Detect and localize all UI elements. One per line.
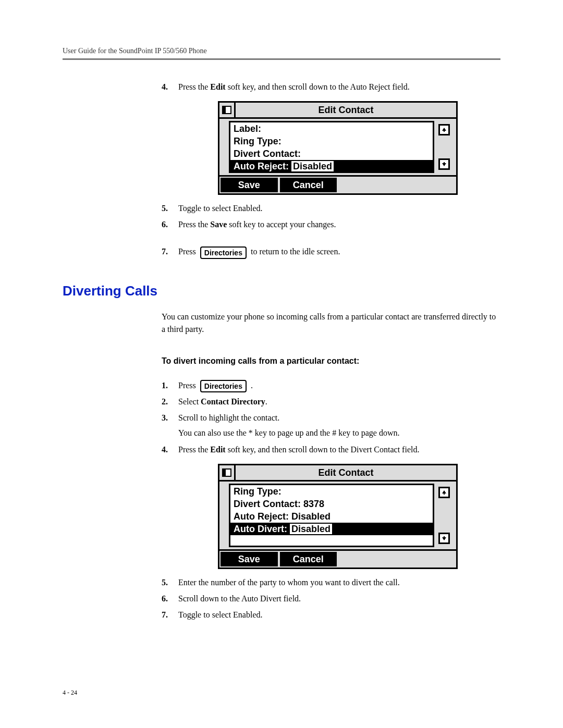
step-7b: 7. Toggle to select Enabled.	[162, 609, 500, 622]
step-number: 7.	[162, 245, 168, 258]
lcd-row-autoreject: Auto Reject: Disabled	[230, 510, 433, 523]
softkey-cancel: Cancel	[280, 178, 337, 192]
softkey-blank: .	[339, 178, 396, 192]
svg-rect-6	[444, 493, 445, 495]
step-number: 6.	[162, 593, 168, 606]
softkey-blank: .	[398, 552, 456, 566]
lcd-row-autodivert: Auto Divert: Disabled	[230, 523, 433, 535]
softkey-save: Save	[221, 178, 278, 192]
step-7: 7. Press Directories to return to the id…	[162, 245, 500, 258]
steps-group-2: 1. Press Directories . 2. Select Contact…	[162, 379, 500, 622]
lcd-title: Edit Contact	[236, 465, 456, 480]
step-4: 4. Press the Edit soft key, and then scr…	[162, 81, 500, 195]
step-1: 1. Press Directories .	[162, 379, 500, 392]
steps-group-1: 4. Press the Edit soft key, and then scr…	[162, 81, 500, 259]
step-number: 2.	[162, 396, 168, 409]
step-number: 7.	[162, 609, 168, 622]
step-text: Press the Save soft key to accept your c…	[178, 220, 336, 229]
step-5: 5. Toggle to select Enabled.	[162, 202, 500, 215]
step-6b: 6. Scroll down to the Auto Divert field.	[162, 593, 500, 606]
lcd-screenshot-edit-contact-2: Edit Contact Ring Type: Divert Contact: …	[218, 464, 458, 569]
page-number: 4 - 24	[63, 689, 77, 697]
intro-paragraph: You can customize your phone so incoming…	[162, 311, 500, 336]
step-3: 3. Scroll to highlight the contact. You …	[162, 412, 500, 440]
procedure-heading: To divert incoming calls from a particul…	[162, 356, 500, 366]
step-text: Press Directories .	[178, 381, 253, 390]
svg-rect-7	[444, 536, 445, 538]
lcd-softkey-row: Save Cancel . .	[219, 175, 456, 193]
step-number: 4.	[162, 81, 168, 94]
step-number: 5.	[162, 202, 168, 215]
svg-rect-2	[444, 130, 445, 132]
lcd-row-label: Label:	[230, 122, 433, 135]
step-text: Scroll down to the Auto Divert field.	[178, 594, 301, 603]
card-icon	[219, 465, 236, 480]
step-text: Toggle to select Enabled.	[178, 204, 263, 213]
step-text: Press the Edit soft key, and then scroll…	[178, 82, 410, 91]
directories-button: Directories	[200, 246, 247, 259]
step-4b: 4. Press the Edit soft key, and then scr…	[162, 443, 500, 569]
softkey-cancel: Cancel	[280, 552, 337, 566]
step-text: Enter the number of the party to whom yo…	[178, 578, 400, 587]
step-text: Toggle to select Enabled.	[178, 610, 263, 619]
step-6: 6. Press the Save soft key to accept you…	[162, 218, 500, 231]
lcd-row-autoreject: Auto Reject: Disabled	[230, 160, 433, 172]
running-header: User Guide for the SoundPoint IP 550/560…	[63, 47, 500, 55]
step-subtext: You can also use the * key to page up an…	[178, 427, 500, 440]
step-number: 3.	[162, 412, 168, 425]
lcd-row-divert: Divert Contact:	[230, 147, 433, 160]
svg-rect-5	[223, 469, 226, 476]
step-text: Press the Edit soft key, and then scroll…	[178, 445, 419, 454]
svg-rect-1	[223, 106, 226, 114]
svg-rect-3	[444, 162, 445, 164]
lcd-row-ringtype: Ring Type:	[230, 135, 433, 147]
scroll-up-icon	[438, 487, 450, 498]
lcd-title: Edit Contact	[236, 103, 456, 117]
step-number: 6.	[162, 218, 168, 231]
header-rule	[63, 58, 500, 60]
lcd-row-divert: Divert Contact: 8378	[230, 498, 433, 510]
step-2: 2. Select Contact Directory.	[162, 396, 500, 409]
step-text: Select Contact Directory.	[178, 397, 267, 406]
step-number: 4.	[162, 443, 168, 456]
lcd-screenshot-edit-contact-1: Edit Contact Label: Ring Type: Divert Co…	[218, 101, 458, 195]
card-icon	[219, 103, 236, 117]
section-heading-diverting-calls: Diverting Calls	[63, 283, 500, 299]
scroll-up-icon	[438, 124, 450, 135]
lcd-field-list: Label: Ring Type: Divert Contact: Auto R…	[229, 121, 434, 173]
step-number: 1.	[162, 379, 168, 392]
lcd-softkey-row: Save Cancel . .	[219, 549, 456, 567]
step-text: Press Directories to return to the idle …	[178, 247, 340, 256]
step-text: Scroll to highlight the contact.	[178, 413, 279, 422]
softkey-blank: .	[339, 552, 396, 566]
step-5b: 5. Enter the number of the party to whom…	[162, 576, 500, 589]
lcd-field-list: Ring Type: Divert Contact: 8378 Auto Rej…	[229, 484, 434, 547]
lcd-row-ringtype: Ring Type:	[230, 485, 433, 498]
scroll-down-icon	[438, 533, 450, 544]
step-number: 5.	[162, 576, 168, 589]
softkey-blank: .	[398, 178, 456, 192]
directories-button: Directories	[200, 380, 247, 392]
softkey-save: Save	[221, 552, 278, 566]
scroll-down-icon	[438, 158, 450, 170]
